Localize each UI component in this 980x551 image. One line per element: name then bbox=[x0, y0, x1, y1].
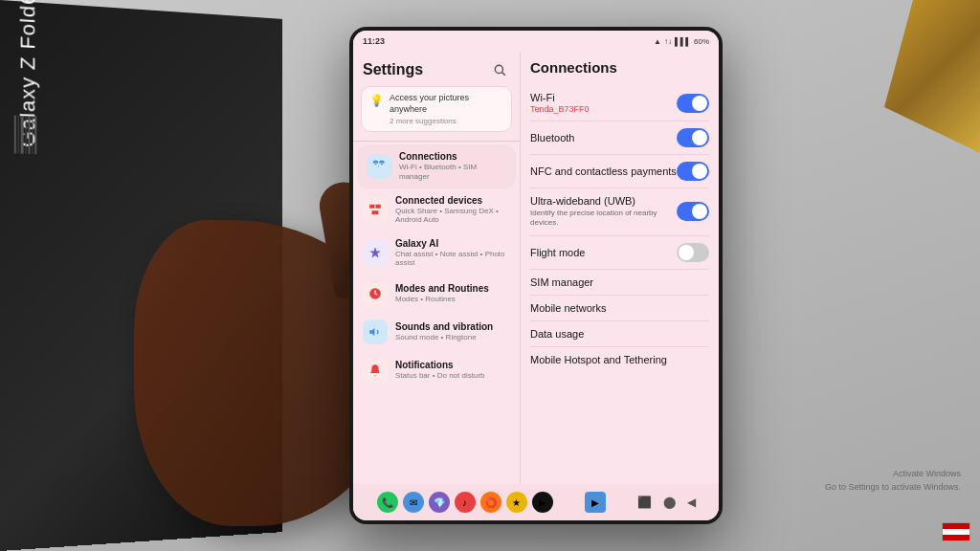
uwb-label: Ultra-wideband (UWB) bbox=[530, 195, 669, 207]
menu-item-modes-routines[interactable]: Modes and Routines Modes • Routines bbox=[353, 275, 520, 313]
phone-app-icon[interactable]: 📞 bbox=[377, 492, 398, 513]
connections-panel[interactable]: Connections Wi-Fi Tenda_B73FF0 Bluetooth bbox=[521, 52, 719, 484]
connections-sublabel: Wi-Fi • Bluetooth • SIM manager bbox=[399, 163, 506, 181]
flight-mode-item[interactable]: Flight mode bbox=[530, 236, 709, 270]
uwb-desc: Identify the precise location of nearby … bbox=[530, 209, 669, 229]
divider bbox=[353, 141, 520, 142]
connections-icon bbox=[367, 154, 391, 179]
galaxy-ai-label: Galaxy AI bbox=[395, 238, 510, 249]
menu-item-sounds[interactable]: Sounds and vibration Sound mode • Ringto… bbox=[353, 313, 520, 351]
watermark-line2: Go to Settings to activate Windows. bbox=[825, 481, 961, 495]
youtube-app-icon[interactable]: ▶ bbox=[532, 492, 553, 513]
connected-devices-label: Connected devices bbox=[395, 195, 510, 206]
play-store-icon[interactable]: ▶ bbox=[585, 492, 606, 513]
modes-routines-sublabel: Modes • Routines bbox=[395, 295, 510, 304]
flight-label: Flight mode bbox=[530, 247, 585, 258]
suggestion-content: Access your pictures anywhere 2 more sug… bbox=[390, 93, 503, 125]
galaxy-ai-sublabel: Chat assist • Note assist • Photo assist bbox=[395, 250, 510, 268]
galaxy-ai-icon bbox=[363, 240, 388, 265]
bluetooth-toggle[interactable] bbox=[677, 128, 709, 147]
app6-icon[interactable]: ★ bbox=[506, 492, 527, 513]
modes-routines-label: Modes and Routines bbox=[395, 283, 510, 294]
wifi-item[interactable]: Wi-Fi Tenda_B73FF0 bbox=[530, 85, 709, 121]
nav-controls: ⬛ ⬤ ◀ bbox=[637, 496, 696, 509]
svg-rect-3 bbox=[376, 205, 381, 209]
galaxy-ai-text: Galaxy AI Chat assist • Note assist • Ph… bbox=[395, 238, 510, 268]
data-usage-label: Data usage bbox=[530, 328, 584, 340]
connections-label: Connections bbox=[399, 151, 506, 162]
flight-info: Flight mode bbox=[530, 247, 585, 258]
data-usage-item[interactable]: Data usage bbox=[530, 321, 709, 347]
modes-routines-text: Modes and Routines Modes • Routines bbox=[395, 283, 510, 304]
status-time: 11:23 bbox=[363, 36, 385, 46]
menu-item-notifications[interactable]: Notifications Status bar • Do not distur… bbox=[353, 351, 520, 389]
settings-header: Settings bbox=[353, 52, 520, 86]
search-button[interactable] bbox=[489, 59, 510, 80]
status-bar: 11:23 ▲ ↑↓ ▌▌▌ 60% bbox=[353, 31, 719, 52]
settings-title: Settings bbox=[363, 61, 423, 78]
bixby-app-icon[interactable]: 💎 bbox=[429, 492, 450, 513]
wifi-label: Wi-Fi bbox=[530, 92, 590, 103]
uwb-item[interactable]: Ultra-wideband (UWB) Identify the precis… bbox=[530, 188, 709, 236]
suggestion-icon: 💡 bbox=[369, 94, 384, 107]
phone-screen: 11:23 ▲ ↑↓ ▌▌▌ 60% Settings bbox=[353, 31, 719, 520]
notifications-sublabel: Status bar • Do not disturb bbox=[395, 371, 510, 381]
notifications-icon bbox=[363, 358, 388, 383]
menu-item-connected-devices[interactable]: Connected devices Quick Share • Samsung … bbox=[353, 188, 520, 231]
connections-text: Connections Wi-Fi • Bluetooth • SIM mana… bbox=[399, 151, 506, 181]
back-button[interactable]: ◀ bbox=[687, 496, 696, 509]
wifi-toggle[interactable] bbox=[677, 94, 709, 113]
menu-item-galaxy-ai[interactable]: Galaxy AI Chat assist • Note assist • Ph… bbox=[353, 231, 520, 275]
hotspot-item[interactable]: Mobile Hotspot and Tethering bbox=[530, 347, 709, 372]
svg-rect-2 bbox=[369, 205, 374, 209]
modes-routines-icon bbox=[363, 281, 388, 306]
activate-windows-watermark: Activate Windows Go to Settings to activ… bbox=[825, 468, 961, 494]
status-icons: ▲ ↑↓ ▌▌▌ 60% bbox=[654, 37, 709, 46]
wifi-signal-icon: ▲ bbox=[654, 37, 661, 46]
mobile-networks-item[interactable]: Mobile networks bbox=[530, 296, 709, 321]
suggestion-text: Access your pictures anywhere bbox=[390, 93, 503, 115]
suggestion-sub: 2 more suggestions bbox=[390, 117, 503, 125]
menu-item-connections[interactable]: Connections Wi-Fi • Bluetooth • SIM mana… bbox=[357, 144, 516, 187]
app-icons: 📞 ✉ 💎 ♪ ⭕ ★ ▶ bbox=[377, 492, 553, 513]
sim-item[interactable]: SIM manager bbox=[530, 270, 709, 296]
connections-title: Connections bbox=[530, 59, 709, 76]
mobile-networks-label: Mobile networks bbox=[530, 302, 606, 314]
flight-toggle[interactable] bbox=[677, 243, 709, 262]
bluetooth-item[interactable]: Bluetooth bbox=[530, 121, 709, 155]
screen-content: Settings 💡 Access your pictures anywhere… bbox=[353, 52, 719, 484]
signal-bars-icon: ▌▌▌ bbox=[675, 37, 691, 46]
connected-devices-sublabel: Quick Share • Samsung DeX • Android Auto bbox=[395, 207, 510, 225]
music-app-icon[interactable]: ♪ bbox=[455, 492, 476, 513]
sounds-text: Sounds and vibration Sound mode • Ringto… bbox=[395, 321, 510, 342]
data-signal-icon: ↑↓ bbox=[664, 37, 672, 46]
recents-button[interactable]: ⬛ bbox=[637, 496, 652, 509]
bluetooth-info: Bluetooth bbox=[530, 132, 574, 143]
watermark-line1: Activate Windows bbox=[825, 468, 961, 481]
notifications-text: Notifications Status bar • Do not distur… bbox=[395, 360, 510, 381]
sounds-label: Sounds and vibration bbox=[395, 321, 510, 332]
messages-app-icon[interactable]: ✉ bbox=[403, 492, 424, 513]
wifi-info: Wi-Fi Tenda_B73FF0 bbox=[530, 92, 590, 114]
sounds-sublabel: Sound mode • Ringtone bbox=[395, 333, 510, 342]
svg-line-1 bbox=[502, 73, 505, 76]
bluetooth-label: Bluetooth bbox=[530, 132, 574, 143]
bottom-nav: 📞 ✉ 💎 ♪ ⭕ ★ ▶ ▶ ⬛ ⬤ ◀ bbox=[353, 484, 719, 520]
wifi-network: Tenda_B73FF0 bbox=[530, 104, 590, 114]
sim-label: SIM manager bbox=[530, 276, 593, 288]
flag-icon bbox=[942, 522, 970, 541]
camera-app-icon[interactable]: ⭕ bbox=[480, 492, 501, 513]
home-button[interactable]: ⬤ bbox=[663, 496, 676, 509]
uwb-info: Ultra-wideband (UWB) Identify the precis… bbox=[530, 195, 677, 229]
battery-icon: 60% bbox=[694, 37, 709, 46]
phone-device: 11:23 ▲ ↑↓ ▌▌▌ 60% Settings bbox=[349, 27, 723, 524]
settings-panel: Settings 💡 Access your pictures anywhere… bbox=[353, 52, 521, 484]
nfc-info: NFC and contactless payments bbox=[530, 165, 677, 177]
connected-devices-icon bbox=[363, 197, 388, 222]
uwb-toggle[interactable] bbox=[677, 202, 709, 221]
nfc-label: NFC and contactless payments bbox=[530, 165, 677, 177]
suggestion-card[interactable]: 💡 Access your pictures anywhere 2 more s… bbox=[361, 86, 512, 132]
nfc-toggle[interactable] bbox=[677, 162, 709, 181]
nfc-item[interactable]: NFC and contactless payments bbox=[530, 155, 709, 188]
notifications-label: Notifications bbox=[395, 360, 510, 370]
